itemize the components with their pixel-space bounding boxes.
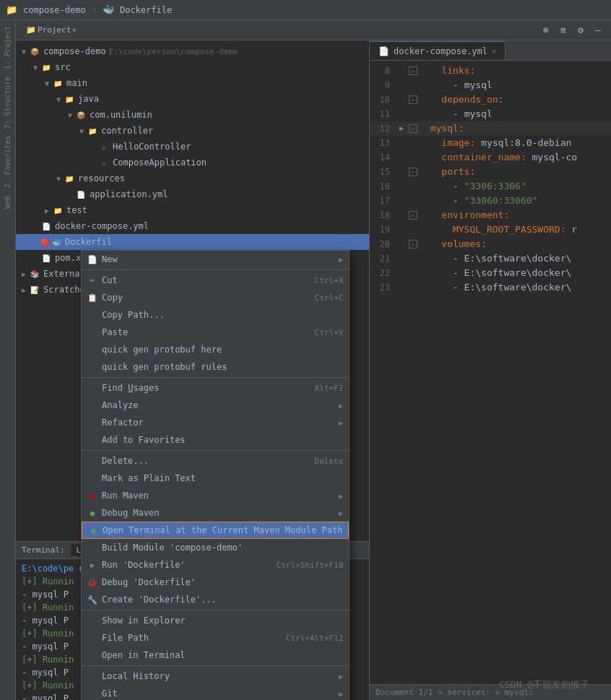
globe-icon-btn[interactable]: ⊕ [539, 23, 553, 38]
tree-item-resources[interactable]: ▼ 📁 resources [16, 170, 369, 186]
fold-icon[interactable]: − [407, 124, 419, 133]
ctx-paste[interactable]: Paste Ctrl+V [82, 324, 349, 341]
watermark: CSDN @不脱发的猴子 [499, 678, 589, 691]
ctx-create-dockerfile[interactable]: 🔧 Create 'Dockerfile'... [82, 591, 349, 608]
separator [82, 610, 349, 610]
line-number: 16 [370, 179, 396, 194]
ctx-run-maven[interactable]: ● Run Maven ▶ [82, 487, 349, 504]
tree-item-package[interactable]: ▼ 📦 com.unilumin [16, 107, 369, 123]
left-sidebar-strip: 1: Project 7: Structure 2: Favorites Web [0, 20, 16, 700]
tree-item-controller[interactable]: ▼ 📁 controller [16, 123, 369, 139]
ctx-label: Cut [102, 275, 311, 285]
ctx-refactor[interactable]: Refactor ▶ [82, 414, 349, 431]
code-text: - mysql [419, 78, 605, 92]
copy-icon: 📋 [87, 293, 98, 303]
fold-icon[interactable]: − [407, 211, 419, 220]
ctx-local-history[interactable]: Local History ▶ [82, 667, 349, 685]
tree-item-hello-controller[interactable]: ☕ HelloController [16, 139, 369, 155]
tab-icon: 📄 [378, 46, 389, 56]
tree-item-main[interactable]: ▼ 📁 main [16, 75, 369, 91]
code-line-8: 8 − links: [370, 64, 611, 78]
no-icon [87, 310, 98, 320]
folder-icon: 📁 [52, 77, 64, 89]
tree-label: controller [101, 126, 153, 136]
editor-panel: 📄 docker-compose.yml ✕ 8 − links: [370, 40, 611, 700]
ctx-new[interactable]: 📄 New ▶ [82, 251, 349, 268]
no-icon [87, 543, 98, 553]
fold-icon[interactable]: − [407, 168, 419, 176]
ctx-build-module[interactable]: Build Module 'compose-demo' [82, 539, 349, 556]
ctx-debug-maven[interactable]: ● Debug Maven ▶ [82, 504, 349, 522]
ctx-label: Local History [102, 671, 329, 681]
submenu-arrow-icon: ▶ [339, 690, 343, 698]
tree-item-dockerfile[interactable]: 🔴 🐳 Dockerfil [16, 234, 369, 250]
term-path: E:\code\pe [22, 563, 74, 574]
ctx-open-in-terminal[interactable]: Open in Terminal [82, 647, 349, 664]
ctx-mark-plain[interactable]: Mark as Plain Text [82, 470, 349, 487]
ctx-label: Add to Favorites [102, 435, 343, 445]
sidebar-label-project[interactable]: 1: Project [2, 23, 13, 72]
project-panel: ▼ 📦 compose-demo E:\code\person\compose-… [16, 40, 370, 700]
tree-label: main [66, 78, 87, 88]
arrow-icon: ▶ [19, 286, 29, 294]
tree-item-compose-application[interactable]: ☕ ComposeApplication [16, 155, 369, 170]
arrow-icon: ▼ [53, 95, 64, 103]
tree-item-java[interactable]: ▼ 📁 java [16, 91, 369, 107]
fold-icon[interactable]: − [407, 240, 419, 249]
editor-tab-docker-compose[interactable]: 📄 docker-compose.yml ✕ [370, 41, 506, 60]
sidebar-label-favorites[interactable]: 2: Favorites [2, 133, 13, 191]
code-line-14: 14 container_name: mysql-co [370, 150, 611, 165]
ctx-copy-path[interactable]: Copy Path... [82, 306, 349, 324]
code-text: image: mysql:8.0-debian [419, 136, 605, 150]
fold-icon[interactable]: − [407, 66, 419, 75]
ctx-delete[interactable]: Delete... Delete [82, 452, 349, 470]
arrow-icon: ▼ [53, 175, 64, 183]
tree-item-application-yml[interactable]: 📄 application.yml [16, 186, 369, 202]
sidebar-label-structure[interactable]: 7: Structure [2, 74, 13, 131]
tree-label: Dockerfil [65, 237, 112, 247]
no-icon [87, 615, 98, 626]
settings-icon-btn[interactable]: ⚙ [573, 23, 588, 38]
ctx-cut[interactable]: ✂ Cut Ctrl+X [82, 272, 349, 289]
ctx-copy[interactable]: 📋 Copy Ctrl+C [82, 289, 349, 306]
line-number: 17 [370, 194, 396, 208]
yml-icon: 📄 [75, 189, 87, 200]
project-button[interactable]: 📁 Project ▼ [22, 24, 81, 36]
ctx-analyze[interactable]: Analyze ▶ [82, 397, 349, 414]
list-icon-btn[interactable]: ≡ [556, 23, 571, 38]
tree-item-docker-compose[interactable]: 📄 docker-compose.yml [16, 218, 369, 234]
ctx-file-path[interactable]: File Path Ctrl+Alt+F12 [82, 629, 349, 647]
no-icon [87, 671, 98, 681]
tree-item-test[interactable]: ▶ 📁 test [16, 202, 369, 218]
shortcut-label: Ctrl+Alt+F12 [286, 634, 343, 643]
ctx-debug-dockerfile[interactable]: 🐞 Debug 'Dockerfile' [82, 574, 349, 591]
run-gutter-icon[interactable]: ▶ [396, 121, 407, 136]
ctx-gen2[interactable]: quick gen protobuf rules [82, 358, 349, 376]
no-icon [87, 473, 98, 483]
terminal-maven-icon: ● [88, 525, 98, 535]
folder-icon: 📁 [64, 93, 75, 105]
ctx-find-usages[interactable]: Find Usages Alt+F7 [82, 379, 349, 397]
tree-item-src[interactable]: ▼ 📁 src [16, 59, 369, 75]
code-line-11: 11 - mysql [370, 107, 611, 121]
context-menu: 📄 New ▶ ✂ Cut Ctrl+X 📋 Copy Ctrl+C [81, 250, 350, 700]
tab-close-icon[interactable]: ✕ [492, 47, 496, 55]
ctx-label: quick gen protobuf here [102, 345, 343, 355]
ctx-gen1[interactable]: quick gen protobuf here [82, 341, 349, 358]
sidebar-label-web[interactable]: Web [2, 193, 13, 212]
ctx-run-dockerfile[interactable]: ▶ Run 'Dockerfile' Ctrl+Shift+F10 [82, 556, 349, 574]
minimize-icon-btn[interactable]: — [591, 23, 605, 38]
editor-content[interactable]: 8 − links: 9 - mysql 10 [370, 61, 611, 684]
ctx-label: Paste [102, 327, 311, 337]
ctx-git[interactable]: Git ▶ [82, 685, 349, 700]
line-number: 15 [370, 165, 396, 179]
ctx-open-terminal-maven[interactable]: ● Open Terminal at the Current Maven Mod… [82, 522, 349, 539]
fold-icon[interactable]: − [407, 95, 419, 104]
ctx-show-explorer[interactable]: Show in Explorer [82, 612, 349, 629]
red-marker: 🔴 [40, 238, 49, 246]
ctx-label: Mark as Plain Text [102, 473, 343, 483]
tree-item-compose-demo-root[interactable]: ▼ 📦 compose-demo E:\code\person\compose-… [16, 43, 369, 59]
tab-label: docker-compose.yml [394, 46, 488, 56]
no-icon [87, 362, 98, 372]
ctx-favorites[interactable]: Add to Favorites [82, 431, 349, 449]
